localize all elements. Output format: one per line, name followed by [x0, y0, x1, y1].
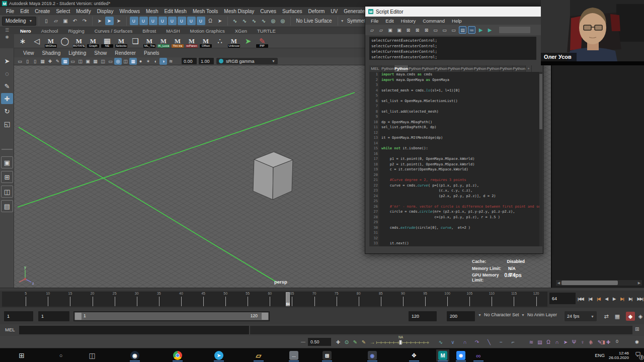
- taskbar-file-explorer-app[interactable]: ▱: [252, 349, 265, 361]
- panel-menu-lighting[interactable]: Lighting: [64, 50, 90, 56]
- snap-335-icon[interactable]: ∪: [187, 17, 196, 25]
- range-slider[interactable]: 1 120: [73, 311, 270, 321]
- auto-keyframe-icon[interactable]: ◆: [626, 312, 635, 321]
- curve-redo-icon[interactable]: ↷: [473, 338, 481, 346]
- script-code-pane[interactable]: 1import maya.cmds as cmds2import maya.Op…: [369, 72, 540, 247]
- make-live-icon[interactable]: ∪: [197, 17, 205, 25]
- shelf-tab-rigging[interactable]: Rigging: [63, 28, 89, 34]
- node-editor-shelf-item[interactable]: ▦NE: [101, 34, 114, 48]
- pencil-green-icon[interactable]: ✎: [351, 338, 359, 346]
- shelf-tab-mash[interactable]: MASH: [161, 28, 185, 34]
- gear-icon[interactable]: ✱: [633, 338, 641, 346]
- wave-icon[interactable]: ≋: [527, 338, 535, 346]
- image-plane-icon[interactable]: ▦: [39, 58, 46, 65]
- menu-mesh[interactable]: Mesh: [143, 9, 161, 14]
- bookmarks-icon[interactable]: ▯: [31, 58, 39, 65]
- select-component-icon[interactable]: ➤: [115, 17, 123, 25]
- select-tool[interactable]: ➤: [1, 55, 13, 66]
- isolate-select-icon[interactable]: ◎: [114, 58, 122, 65]
- shelf-menu-buttons[interactable]: ☰✱: [1, 28, 13, 48]
- safe-action-icon[interactable]: ◫: [99, 58, 107, 65]
- snap-view-icon[interactable]: ∪: [168, 17, 177, 25]
- power-icon[interactable]: ⊙: [343, 338, 351, 346]
- playback-loop-icon[interactable]: ⇄: [602, 312, 611, 321]
- shelf-tab-curves-surfaces[interactable]: Curves / Surfaces: [90, 28, 138, 34]
- taskbar-steam-app[interactable]: ◉: [128, 349, 141, 361]
- line-flat-icon[interactable]: −: [497, 338, 505, 346]
- menu-edit[interactable]: Edit: [17, 9, 32, 14]
- two-d-pan-zoom-icon[interactable]: ✚: [46, 58, 54, 65]
- mirror-icon[interactable]: ⋕: [587, 338, 595, 346]
- se-menu-help[interactable]: Help: [448, 18, 465, 24]
- step-back-key-button[interactable]: |◀: [597, 297, 600, 301]
- object-path-completion-icon[interactable]: ≔: [468, 26, 475, 34]
- script-tab-python-9[interactable]: Python: [487, 65, 500, 72]
- open-script-icon[interactable]: ▱: [368, 26, 376, 34]
- menu-file[interactable]: File: [3, 9, 17, 14]
- clear-input-icon[interactable]: ⊠: [414, 26, 421, 34]
- clear-all-icon[interactable]: ⊠: [423, 26, 430, 34]
- anim-start-field[interactable]: 1: [4, 311, 33, 321]
- script-tab-python-8[interactable]: Python: [474, 65, 487, 72]
- taskbar-calculator-app[interactable]: ⊞: [320, 349, 334, 361]
- safe-title-icon[interactable]: ▭: [107, 58, 114, 65]
- default-material-icon[interactable]: ●: [137, 58, 144, 65]
- shelf-tab-bifrost[interactable]: Bifrost: [137, 28, 161, 34]
- menu-curves[interactable]: Curves: [257, 9, 279, 14]
- se-menu-file[interactable]: File: [367, 18, 382, 24]
- play-forward-button[interactable]: ▶: [613, 297, 615, 301]
- new-scene-icon[interactable]: ▯: [42, 17, 51, 25]
- cursor-shelf-icon[interactable]: ➤: [242, 34, 255, 48]
- range-end-handle[interactable]: [262, 313, 268, 320]
- live-surface-label[interactable]: No Live Surface: [293, 18, 335, 24]
- line-numbers-icon[interactable]: ▭: [450, 26, 457, 34]
- highlight-selection-icon[interactable]: ➤: [216, 17, 224, 25]
- playback-end-field[interactable]: 120: [409, 311, 437, 321]
- execute-selected-icon[interactable]: ▶: [477, 26, 485, 34]
- load-script-icon[interactable]: ▱: [377, 26, 385, 34]
- show-stack-trace-icon[interactable]: ▭: [441, 26, 448, 34]
- taskbar-camera-app[interactable]: ◉: [454, 349, 467, 361]
- playback-start-field[interactable]: 1: [38, 311, 69, 321]
- lasso-tool[interactable]: ◌: [1, 68, 13, 79]
- gate-mask-icon[interactable]: ▣: [84, 58, 92, 65]
- shelf-tab-xgen[interactable]: XGen: [230, 28, 252, 34]
- panel-menu-shading[interactable]: Shading: [38, 50, 65, 56]
- se-menu-history[interactable]: History: [397, 18, 420, 24]
- scroll-right-icon[interactable]: ▶: [636, 281, 642, 285]
- open-scene-icon[interactable]: ▱: [52, 17, 60, 25]
- menu-windows[interactable]: Windows: [116, 9, 143, 14]
- script-tab-python-7[interactable]: Python: [461, 65, 474, 72]
- menu-mesh-display[interactable]: Mesh Display: [221, 9, 257, 14]
- line-diag-icon[interactable]: ╲: [485, 338, 493, 346]
- ipr-render-icon[interactable]: ◎: [279, 17, 287, 25]
- time-slider[interactable]: 5101520253035404550556065707580859095100…: [2, 292, 547, 307]
- menu-modify[interactable]: Modify: [73, 9, 94, 14]
- psi-icon[interactable]: Ψ: [570, 338, 578, 346]
- reparent-shelf-item[interactable]: MreParen: [185, 34, 198, 48]
- grid-icon[interactable]: ▦: [61, 58, 69, 65]
- taskbar-vscode-app[interactable]: ∞: [472, 349, 485, 361]
- single-pane-layout[interactable]: ▣: [1, 156, 13, 168]
- corner-icon[interactable]: ⌐: [509, 338, 517, 346]
- step-back-frame-button[interactable]: |◀: [589, 297, 592, 301]
- snap-point-icon[interactable]: ∪: [149, 17, 157, 25]
- ik-loca-shelf-item[interactable]: MIK_Loca: [157, 34, 170, 48]
- outliner-pane-layout[interactable]: ▤: [1, 200, 13, 212]
- panel-menu-show[interactable]: Show: [90, 50, 111, 56]
- four-pane-layout[interactable]: ⊞: [1, 171, 13, 183]
- script-tab-python-6[interactable]: Python: [448, 65, 461, 72]
- menu-deform[interactable]: Deform: [305, 9, 328, 14]
- language-indicator[interactable]: ENG: [595, 353, 605, 358]
- panel-split-icon[interactable]: ◨: [599, 338, 607, 346]
- loft-icon[interactable]: Ω: [544, 338, 552, 346]
- chevron-down-icon[interactable]: ▼: [341, 19, 344, 23]
- menu-edit-mesh[interactable]: Edit Mesh: [161, 9, 189, 14]
- taskbar-task-view-button[interactable]: ◫: [86, 349, 99, 361]
- se-menu-command[interactable]: Command: [419, 18, 448, 24]
- script-tab-python-2[interactable]: Python: [394, 65, 409, 72]
- script-editor-titlebar[interactable]: M Script Editor: [365, 7, 543, 17]
- shelf-tab-nero[interactable]: Nero: [15, 28, 36, 34]
- select-hierarchy-icon[interactable]: ➤: [96, 17, 104, 25]
- wireframe-on-shaded-icon[interactable]: ▦: [129, 58, 137, 65]
